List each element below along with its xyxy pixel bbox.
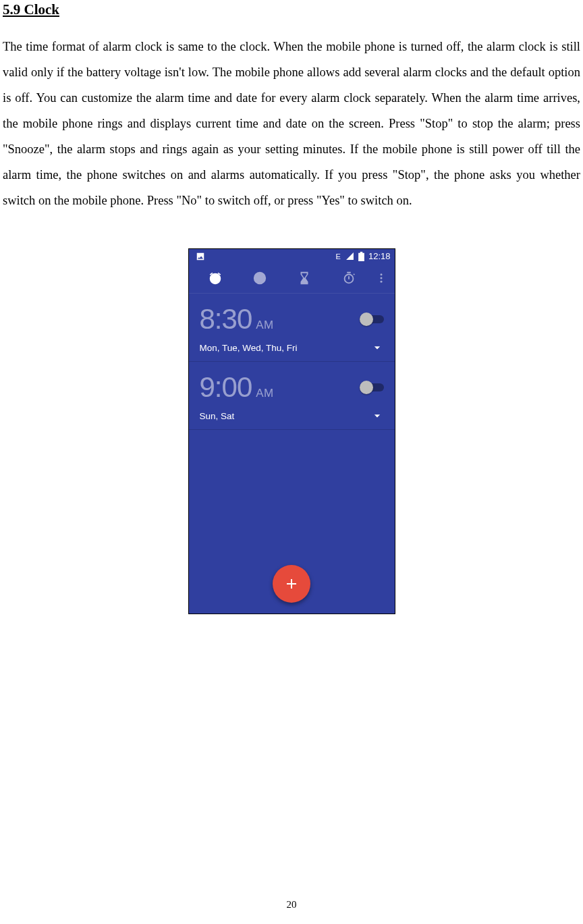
section-heading: 5.9 Clock [3, 1, 580, 18]
phone-frame: E 12:18 8:30 [188, 248, 395, 614]
overflow-icon [375, 272, 387, 284]
chevron-down-icon[interactable] [370, 409, 384, 423]
clock-icon [252, 271, 267, 286]
add-alarm-button[interactable] [273, 565, 310, 603]
tab-overflow[interactable] [372, 263, 391, 293]
chevron-down-icon[interactable] [370, 341, 384, 354]
tab-alarm[interactable] [193, 263, 238, 293]
svg-point-2 [380, 281, 382, 283]
network-indicator: E [336, 252, 341, 261]
body-paragraph: The time format of alarm clock is same t… [3, 34, 580, 213]
alarm-icon [208, 271, 223, 286]
battery-icon [358, 252, 364, 261]
alarm-item[interactable]: 8:30 AM Mon, Tue, Wed, Thu, Fri [189, 294, 395, 362]
status-time: 12:18 [368, 251, 391, 261]
svg-point-1 [380, 277, 382, 279]
tab-timer[interactable] [282, 263, 327, 293]
alarm-toggle[interactable] [360, 312, 384, 326]
alarm-ampm: AM [256, 319, 274, 332]
image-icon [196, 252, 205, 261]
alarm-days: Sun, Sat [200, 411, 235, 421]
alarm-time-value: 8:30 [200, 303, 252, 335]
screenshot-container: E 12:18 8:30 [3, 248, 580, 614]
alarm-item[interactable]: 9:00 AM Sun, Sat [189, 362, 395, 430]
stopwatch-icon [341, 271, 356, 286]
status-bar: E 12:18 [189, 249, 395, 263]
tab-bar [189, 263, 395, 294]
signal-icon [345, 252, 354, 261]
alarm-time: 9:00 AM [200, 371, 274, 404]
alarm-ampm: AM [256, 387, 274, 400]
tab-stopwatch[interactable] [327, 263, 371, 293]
alarm-days: Mon, Tue, Wed, Thu, Fri [200, 343, 298, 353]
alarm-time: 8:30 AM [200, 303, 274, 335]
svg-point-0 [380, 274, 382, 276]
hourglass-icon [297, 271, 312, 286]
alarm-time-value: 9:00 [200, 371, 252, 404]
plus-icon [283, 576, 300, 592]
page-number: 20 [0, 899, 583, 911]
tab-clock[interactable] [238, 263, 282, 293]
alarm-toggle[interactable] [360, 381, 384, 394]
